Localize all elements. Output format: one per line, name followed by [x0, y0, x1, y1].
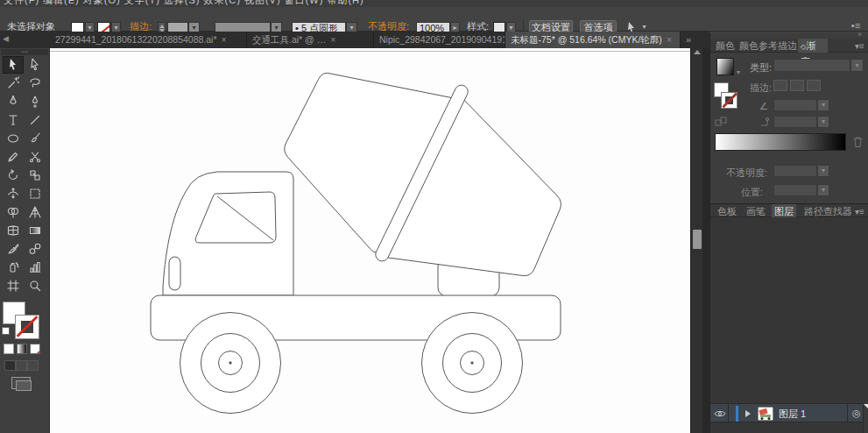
magic-wand-tool[interactable] [3, 75, 24, 92]
screen-mode-button[interactable] [11, 377, 31, 389]
curvature-tool[interactable] [25, 93, 46, 110]
panel-corner-widget[interactable] [864, 404, 868, 409]
tab-brushes[interactable]: 画笔 [744, 204, 768, 218]
draw-inside-button[interactable] [27, 360, 39, 371]
gradient-thumb-dropdown-icon[interactable]: ▾ [737, 68, 740, 76]
stroke-label: 描边: [750, 82, 772, 95]
gradient-type-select[interactable] [773, 59, 850, 72]
tab-stroke[interactable]: 描边 [775, 39, 800, 53]
angle-field[interactable] [773, 99, 817, 111]
tab-color[interactable]: 颜色 [713, 39, 737, 53]
stroke-proxy-swatch[interactable] [16, 316, 39, 338]
truck-drawing[interactable] [50, 48, 690, 433]
artboard-tool[interactable] [3, 277, 24, 295]
collapse-panels-icon[interactable]: » [857, 30, 862, 39]
expand-layer-icon[interactable] [745, 410, 751, 417]
front-wheel[interactable] [180, 313, 281, 414]
close-tab-icon[interactable]: × [667, 34, 672, 45]
aspect-ratio-icon [759, 117, 770, 127]
rear-wheel[interactable] [422, 313, 523, 414]
scale-tool[interactable] [25, 167, 46, 184]
document-tab-active[interactable]: 未标题-75* @ 516.64% (CMYK/轮廓)× [505, 32, 681, 48]
layer-thumbnail[interactable] [758, 407, 773, 421]
menu-bar[interactable]: 文件(F) 编辑(E) 对象(O) 文字(T) 选择(S) 效果(C) 视图(V… [0, 0, 868, 7]
target-circle-icon[interactable]: ◎ [852, 408, 861, 419]
visibility-eye-icon[interactable] [714, 409, 726, 418]
layer-name[interactable]: 图层 1 [779, 408, 806, 421]
scissors-tool[interactable] [25, 148, 46, 166]
gradient-ramp[interactable] [715, 133, 846, 151]
eyedropper-tool[interactable] [3, 240, 24, 258]
gradient-across-stroke-button[interactable] [807, 80, 821, 91]
document-tab[interactable]: 交通工具.ai* @ …× [247, 32, 374, 48]
stop-opacity-field[interactable] [773, 165, 817, 177]
aspect-dropdown-icon[interactable]: ▾ [817, 116, 829, 128]
stepper-up-icon[interactable] [159, 25, 165, 28]
pencil-tool[interactable] [3, 148, 24, 166]
right-panel-dock: » 颜色 颜色参考 描边 ◇渐变 ▾≡ ▾ 类型: ▾ 描边: ∠ ▾ [709, 33, 868, 433]
width-tool[interactable] [3, 185, 24, 202]
pen-tool[interactable] [3, 93, 24, 110]
ellipse-tool[interactable] [3, 130, 24, 147]
angle-dropdown-icon[interactable]: ▾ [817, 99, 829, 111]
none-slash-icon [34, 344, 40, 354]
tab-scroll-left-icon[interactable]: ◀ [3, 34, 9, 43]
panel-stroke-proxy[interactable] [722, 93, 737, 108]
close-tab-icon[interactable]: × [222, 34, 227, 45]
aspect-ratio-field[interactable] [773, 116, 817, 128]
rotate-tool[interactable] [3, 167, 24, 184]
type-tool[interactable] [3, 111, 24, 129]
close-tab-icon[interactable]: × [330, 34, 335, 45]
draw-normal-button[interactable] [4, 360, 16, 371]
mesh-tool[interactable] [3, 222, 24, 239]
column-graph-tool[interactable] [25, 259, 46, 276]
layers-panel: 图层 1 ◎ [710, 217, 868, 433]
tab-gradient[interactable]: ◇渐变 [798, 39, 828, 53]
none-mode-button[interactable] [30, 344, 40, 354]
zoom-tool[interactable] [25, 277, 46, 295]
tab-color-guide[interactable]: 颜色参考 [737, 39, 780, 53]
paintbrush-tool[interactable] [25, 130, 46, 147]
tab-overflow-icon[interactable]: » [686, 34, 691, 45]
gradient-thumbnail[interactable] [716, 58, 734, 75]
draw-behind-button[interactable] [16, 360, 27, 371]
shape-builder-tool[interactable] [3, 203, 24, 221]
gradient-mode-button[interactable] [17, 344, 27, 354]
scrollbar-thumb[interactable] [693, 230, 702, 249]
tab-swatches[interactable]: 色板 [715, 204, 739, 218]
symbol-sprayer-tool[interactable] [3, 259, 24, 276]
panel-menu-icon[interactable]: ▾≡ [855, 41, 864, 51]
tab-pathfinder[interactable]: 路径查找器 [801, 204, 855, 218]
type-dropdown-icon[interactable]: ▾ [850, 59, 864, 72]
location-field[interactable] [773, 184, 817, 196]
scroll-up-icon[interactable] [694, 50, 701, 54]
line-segment-tool[interactable] [25, 111, 46, 129]
delete-stop-icon[interactable] [852, 136, 864, 148]
location-dropdown-icon[interactable]: ▾ [817, 184, 829, 196]
blend-tool[interactable] [25, 240, 46, 258]
perspective-grid-tool[interactable] [25, 203, 46, 221]
tab-layers[interactable]: 图层 [772, 204, 796, 218]
color-mode-button[interactable] [4, 344, 14, 354]
free-transform-tool[interactable] [25, 185, 46, 202]
panel-menu-icon[interactable]: ▾≡ [855, 207, 864, 216]
lasso-tool[interactable] [25, 75, 46, 92]
screen-mode-icon [16, 380, 32, 391]
vertical-scrollbar[interactable] [690, 48, 702, 433]
direct-selection-tool[interactable] [25, 56, 46, 74]
document-tab[interactable]: Nipic_29842067_20190904191531162000.ai*× [374, 32, 505, 48]
panel-drag-handle[interactable]: ▪▪▪▪ [1, 49, 48, 55]
menu-bar-items[interactable]: 文件(F) 编辑(E) 对象(O) 文字(T) 选择(S) 效果(C) 视图(V… [4, 0, 868, 7]
canvas[interactable] [50, 48, 690, 433]
gradient-along-stroke-button[interactable] [790, 80, 804, 91]
document-tab[interactable]: 27299441_20180613220208854088.ai*× [50, 32, 247, 48]
none-slash-icon [17, 316, 39, 337]
door-handle[interactable] [169, 257, 180, 290]
layer-row[interactable]: 图层 1 ◎ [710, 403, 863, 422]
reverse-gradient-icon[interactable] [715, 117, 727, 127]
selection-tool[interactable] [3, 56, 24, 74]
opacity-dropdown-icon[interactable]: ▾ [817, 165, 829, 177]
default-fill-stroke-icon[interactable] [2, 327, 10, 335]
gradient-tool[interactable] [25, 222, 46, 239]
gradient-within-stroke-button[interactable] [773, 80, 787, 91]
